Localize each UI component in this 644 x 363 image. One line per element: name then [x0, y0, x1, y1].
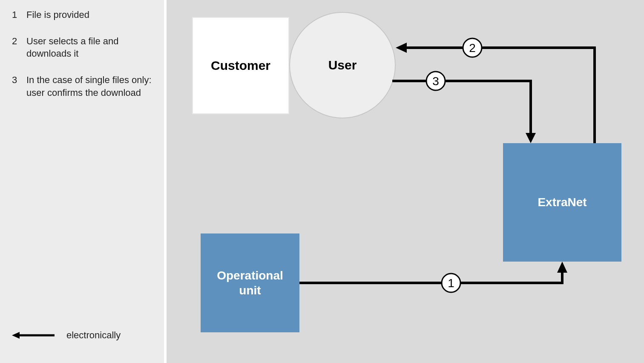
edge-3: 3	[392, 72, 536, 143]
edge-1-label: 1	[448, 277, 454, 290]
svg-marker-6	[526, 133, 536, 143]
step-item: 1 File is provided	[12, 9, 155, 21]
legend-panel: 1 File is provided 2 User selects a file…	[0, 0, 164, 363]
svg-point-7	[426, 72, 445, 90]
edge-2: 2	[396, 38, 595, 143]
step-text: File is provided	[26, 9, 155, 21]
svg-point-3	[442, 274, 460, 292]
diagram-panel: Customer User Operational unit ExtraNet …	[164, 0, 644, 363]
node-user-label: User	[328, 58, 357, 72]
step-item: 2 User selects a file and downloads it	[12, 35, 155, 60]
edge-1: 1	[299, 262, 567, 292]
edge-2-label: 2	[469, 41, 476, 55]
step-list: 1 File is provided 2 User selects a file…	[12, 9, 155, 99]
edge-3-label: 3	[432, 75, 439, 88]
node-user: User	[289, 12, 396, 118]
step-item: 3 In the case of single files only: user…	[12, 74, 155, 99]
legend-arrow-row: electronically	[12, 330, 121, 341]
node-extranet: ExtraNet	[503, 143, 621, 262]
step-number: 3	[12, 74, 20, 99]
arrow-left-icon	[12, 331, 55, 339]
legend-arrow-label: electronically	[66, 330, 121, 341]
step-text: In the case of single files only: user c…	[26, 74, 155, 99]
node-operational-unit-label: Operational unit	[217, 268, 283, 298]
node-operational-unit: Operational unit	[201, 233, 299, 332]
svg-marker-4	[396, 43, 407, 53]
step-number: 1	[12, 9, 20, 21]
page: 1 File is provided 2 User selects a file…	[0, 0, 644, 363]
node-customer: Customer	[192, 17, 289, 114]
step-text: User selects a file and downloads it	[26, 35, 155, 60]
svg-marker-2	[557, 262, 567, 273]
svg-marker-1	[12, 332, 20, 339]
node-extranet-label: ExtraNet	[538, 196, 586, 209]
node-customer-label: Customer	[211, 58, 270, 73]
step-number: 2	[12, 35, 20, 60]
svg-point-5	[463, 38, 482, 57]
